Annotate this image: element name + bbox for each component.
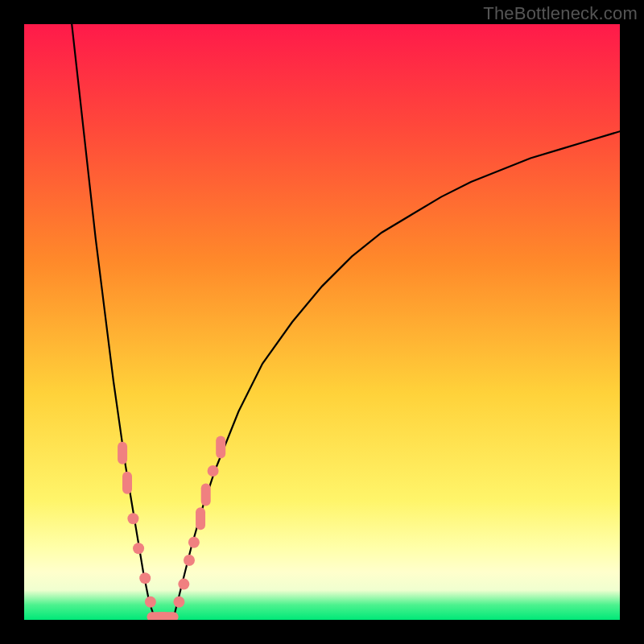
data-points-layer [118,436,225,620]
bottleneck-curve-left-branch [72,24,155,620]
data-point [184,555,195,566]
data-point [173,597,184,608]
data-point [178,579,189,590]
data-point [188,537,200,548]
curves-layer [24,24,620,620]
data-point [122,472,132,494]
data-point [133,543,144,554]
data-point [208,465,219,477]
data-point [201,484,211,506]
data-point [196,507,205,530]
data-point [139,572,151,584]
chart-frame: TheBottleneck.com [0,0,644,644]
data-point [156,612,179,620]
plot-area [24,24,620,620]
bottleneck-curve-right-branch [173,131,620,620]
watermark-text: TheBottleneck.com [483,3,638,24]
data-point [127,513,138,524]
data-point [216,436,225,458]
data-point [118,442,127,464]
data-point [145,597,156,608]
